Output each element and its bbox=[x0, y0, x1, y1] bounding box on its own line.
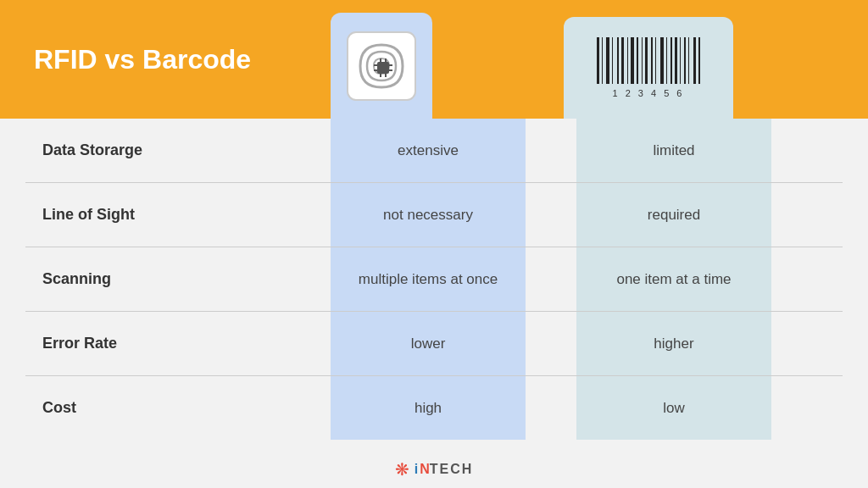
row-label-scanning: Scanning bbox=[25, 262, 331, 297]
barcode-column-header: 1 2 3 4 5 6 bbox=[564, 17, 733, 119]
page: RFID vs Barcode bbox=[0, 0, 868, 488]
row-label-line-of-sight: Line of Sight bbox=[25, 197, 331, 232]
table-row: Cost high low bbox=[25, 376, 843, 440]
header: RFID vs Barcode bbox=[0, 0, 868, 119]
logo-tech: TECH bbox=[430, 462, 474, 476]
barcode-scanning: one item at a time bbox=[576, 247, 771, 311]
comparison-table: Data Storarge extensive limited Line of … bbox=[25, 119, 843, 454]
page-title: RFID vs Barcode bbox=[34, 44, 251, 75]
row-label-cost: Cost bbox=[25, 391, 331, 425]
barcode-stripes bbox=[597, 37, 700, 84]
barcode-image: 1 2 3 4 5 6 bbox=[597, 37, 700, 98]
rfid-error-rate: lower bbox=[331, 312, 526, 375]
table-row: Data Storarge extensive limited bbox=[25, 119, 843, 183]
rfid-icon bbox=[343, 28, 420, 104]
row-label-error-rate: Error Rate bbox=[25, 326, 331, 361]
table-row: Line of Sight not necessary required bbox=[25, 183, 843, 247]
rfid-column-header bbox=[331, 13, 432, 119]
row-label-data-storage: Data Storarge bbox=[25, 133, 331, 168]
barcode-error-rate: higher bbox=[576, 312, 771, 375]
logo-text: iNTECH bbox=[415, 462, 474, 477]
barcode-data-storage: limited bbox=[576, 119, 771, 182]
barcode-number: 1 2 3 4 5 6 bbox=[597, 88, 700, 98]
table-row: Error Rate lower higher bbox=[25, 312, 843, 376]
logo-n: N bbox=[420, 462, 430, 476]
footer-logo: ❋ iNTECH bbox=[395, 459, 474, 480]
barcode-cost: low bbox=[576, 376, 771, 440]
rfid-line-of-sight: not necessary bbox=[331, 183, 526, 247]
rfid-cost: high bbox=[331, 376, 526, 440]
barcode-line-of-sight: required bbox=[576, 183, 771, 247]
rfid-data-storage: extensive bbox=[331, 119, 526, 182]
svg-rect-1 bbox=[377, 62, 389, 74]
logo-icon: ❋ bbox=[395, 459, 409, 480]
table-row: Scanning multiple items at once one item… bbox=[25, 247, 843, 312]
rfid-scanning: multiple items at once bbox=[331, 247, 526, 311]
